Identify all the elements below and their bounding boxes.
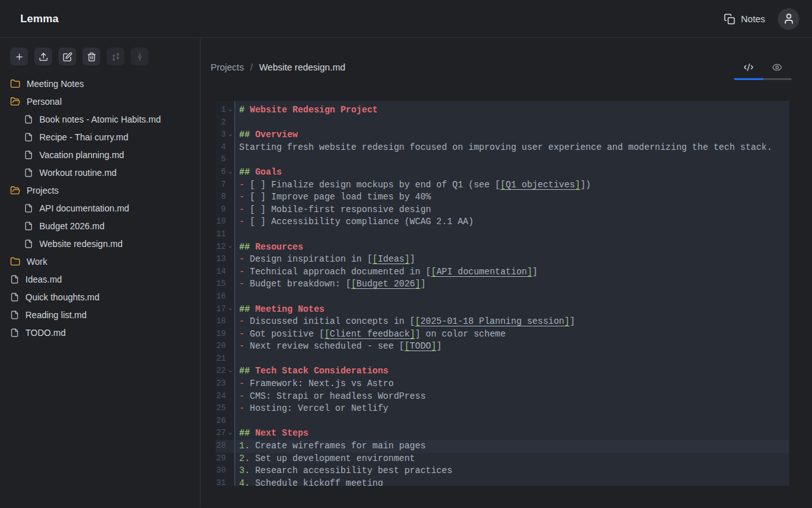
editor-line[interactable]: ## Tech Stack Considerations bbox=[235, 365, 789, 378]
folder-open-icon bbox=[10, 97, 20, 107]
tab-indicator-inactive bbox=[763, 78, 792, 80]
tree-item-label: Book notes - Atomic Habits.md bbox=[39, 114, 160, 124]
editor-line[interactable]: 2. Set up development environment bbox=[235, 453, 789, 465]
editor-line[interactable]: 4. Schedule kickoff meeting bbox=[235, 478, 789, 486]
file-icon bbox=[10, 293, 19, 302]
file-icon bbox=[24, 222, 33, 231]
sidebar: Meeting NotesPersonalBook notes - Atomic… bbox=[0, 38, 200, 507]
tree-item-work[interactable]: Work bbox=[0, 253, 200, 271]
upload-icon bbox=[39, 52, 48, 62]
folder-icon bbox=[10, 257, 20, 267]
tree-item-meeting-notes[interactable]: Meeting Notes bbox=[0, 75, 200, 93]
notes-button[interactable]: Notes bbox=[724, 13, 765, 25]
plus-icon bbox=[15, 52, 24, 62]
editor-line[interactable]: - CMS: Strapi or headless WordPress bbox=[235, 391, 789, 403]
editor-line[interactable] bbox=[235, 154, 789, 166]
tree-item-label: Quick thoughts.md bbox=[25, 292, 100, 302]
editor-line[interactable]: ## Goals bbox=[235, 166, 789, 179]
preview-tab[interactable] bbox=[763, 60, 792, 75]
line-number: 8 bbox=[216, 191, 234, 204]
editor-line[interactable] bbox=[235, 415, 789, 428]
editor-line[interactable] bbox=[235, 117, 789, 130]
editor-line[interactable]: ## Next Steps bbox=[235, 427, 789, 440]
line-number: 3 bbox=[216, 129, 234, 142]
fold-chevron-down-icon[interactable] bbox=[226, 108, 234, 113]
markdown-editor[interactable]: 1234567891011121314151617181920212223242… bbox=[216, 101, 789, 486]
editor-line[interactable]: Starting fresh website redesign focused … bbox=[235, 142, 789, 154]
tree-item-projects[interactable]: Projects bbox=[0, 182, 200, 199]
tree-item-api-documentation-md[interactable]: API documentation.md bbox=[0, 199, 200, 217]
tree-item-quick-thoughts-md[interactable]: Quick thoughts.md bbox=[0, 288, 200, 306]
file-icon bbox=[24, 168, 33, 177]
git-compare-button[interactable] bbox=[107, 48, 124, 65]
line-number: 12 bbox=[216, 241, 234, 254]
line-number: 1 bbox=[216, 104, 234, 117]
editor-line[interactable]: - Got positive [[Client feedback]] on co… bbox=[235, 328, 789, 341]
editor-line[interactable]: - Framework: Next.js vs Astro bbox=[235, 378, 789, 391]
editor-line[interactable]: - Hosting: Vercel or Netlify bbox=[235, 403, 789, 415]
tree-item-book-notes-atomic-habits-md[interactable]: Book notes - Atomic Habits.md bbox=[0, 110, 200, 128]
folder-icon bbox=[10, 79, 20, 89]
line-number: 26 bbox=[216, 415, 234, 428]
editor-line[interactable]: - Budget breakdown: [[Budget 2026]] bbox=[235, 278, 789, 291]
new-note-button[interactable] bbox=[10, 48, 28, 65]
code-view-tab[interactable] bbox=[734, 60, 763, 75]
git-commit-button[interactable] bbox=[131, 48, 148, 65]
editor-line[interactable]: 3. Research accessibility best practices bbox=[235, 465, 789, 478]
tree-item-label: Website redesign.md bbox=[39, 239, 122, 249]
tree-item-recipe-thai-curry-md[interactable]: Recipe - Thai curry.md bbox=[0, 128, 200, 146]
fold-chevron-down-icon[interactable] bbox=[226, 133, 234, 138]
notes-button-label: Notes bbox=[741, 14, 765, 24]
file-icon bbox=[24, 150, 33, 159]
edit-button[interactable] bbox=[58, 48, 76, 65]
tree-item-vacation-planning-md[interactable]: Vacation planning.md bbox=[0, 146, 200, 164]
tree-item-budget-2026-md[interactable]: Budget 2026.md bbox=[0, 217, 200, 235]
editor-line[interactable]: - Next review scheduled - see [[TODO]] bbox=[235, 340, 789, 353]
editor-line[interactable]: - [ ] Accessibility compliance (WCAG 2.1… bbox=[235, 216, 789, 229]
trash-icon bbox=[87, 52, 96, 62]
view-tabs-indicator bbox=[734, 78, 792, 80]
fold-chevron-down-icon[interactable] bbox=[226, 307, 234, 312]
editor-line[interactable]: ## Overview bbox=[235, 129, 789, 142]
editor-line[interactable]: ## Resources bbox=[235, 241, 789, 254]
tree-item-todo-md[interactable]: TODO.md bbox=[0, 324, 200, 342]
tree-item-reading-list-md[interactable]: Reading list.md bbox=[0, 306, 200, 324]
file-icon bbox=[10, 275, 19, 284]
line-number: 21 bbox=[216, 353, 234, 366]
fold-chevron-down-icon[interactable] bbox=[226, 369, 234, 374]
main-content: Projects / Website redesign.md 123456789… bbox=[200, 38, 812, 507]
editor-line[interactable]: # Website Redesign Project bbox=[235, 104, 789, 117]
tree-item-workout-routine-md[interactable]: Workout routine.md bbox=[0, 164, 200, 182]
line-number: 6 bbox=[216, 166, 234, 179]
editor-line[interactable]: - [ ] Improve page load times by 40% bbox=[235, 191, 789, 204]
tree-item-website-redesign-md[interactable]: Website redesign.md bbox=[0, 235, 200, 253]
editor-code-area[interactable]: # Website Redesign Project## OverviewSta… bbox=[235, 101, 789, 486]
editor-line[interactable]: - Design inspiration in [[Ideas]] bbox=[235, 253, 789, 266]
line-number: 31 bbox=[216, 478, 234, 486]
editor-line[interactable]: - [ ] Mobile-first responsive design bbox=[235, 204, 789, 217]
tree-item-ideas-md[interactable]: Ideas.md bbox=[0, 271, 200, 288]
fold-chevron-down-icon[interactable] bbox=[226, 244, 234, 250]
line-number: 28 bbox=[216, 440, 234, 453]
editor-line[interactable] bbox=[235, 229, 789, 241]
breadcrumb-parent[interactable]: Projects bbox=[211, 62, 244, 72]
editor-line[interactable] bbox=[235, 291, 789, 304]
file-icon bbox=[24, 239, 33, 248]
editor-line[interactable]: - Discussed initial concepts in [[2025-0… bbox=[235, 316, 789, 328]
editor-line[interactable] bbox=[235, 353, 789, 366]
avatar[interactable] bbox=[778, 8, 799, 30]
tree-item-label: Work bbox=[27, 257, 47, 267]
fold-chevron-down-icon[interactable] bbox=[226, 170, 234, 175]
editor-line[interactable]: - [ ] Finalize design mockups by end of … bbox=[235, 179, 789, 192]
file-icon bbox=[10, 328, 19, 337]
file-tree: Meeting NotesPersonalBook notes - Atomic… bbox=[0, 75, 200, 342]
git-compare-icon bbox=[111, 52, 121, 62]
editor-line[interactable]: 1. Create wireframes for main pages bbox=[235, 440, 789, 453]
delete-button[interactable] bbox=[82, 48, 100, 65]
tree-item-personal[interactable]: Personal bbox=[0, 93, 200, 110]
upload-button[interactable] bbox=[34, 48, 52, 65]
editor-line[interactable]: ## Meeting Notes bbox=[235, 304, 789, 316]
fold-chevron-down-icon[interactable] bbox=[226, 431, 234, 436]
line-number: 16 bbox=[216, 291, 234, 304]
editor-line[interactable]: - Technical approach documented in [[API… bbox=[235, 266, 789, 279]
